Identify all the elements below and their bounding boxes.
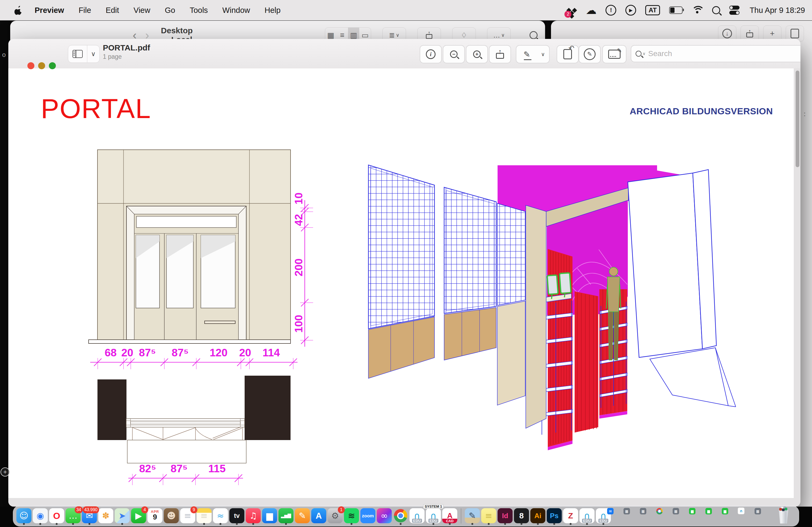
sidebar-toggle-button[interactable]: ∨: [68, 45, 100, 63]
highlight-dropdown[interactable]: ∨: [537, 45, 550, 63]
dock-item-zoom[interactable]: zoom: [360, 508, 375, 524]
highlight-button[interactable]: ✎: [516, 45, 538, 63]
spotlight-icon[interactable]: [712, 6, 720, 14]
menu-clock[interactable]: Thu Apr 9 18:29: [750, 6, 805, 15]
menu-item-help[interactable]: Help: [257, 6, 288, 15]
play-icon[interactable]: ▶: [625, 5, 636, 16]
desktop-bottom: ☺◉O…34✉43.990✽➤▶4APR9☻≡9≡≈tv♫▆▂▅▇✎A⚙1≋zo…: [0, 507, 812, 527]
creative-cloud-icon[interactable]: ☁: [586, 4, 596, 16]
dock-item-mail[interactable]: ✉43.990: [82, 508, 97, 524]
menu-item-window[interactable]: Window: [215, 6, 257, 15]
authy-icon[interactable]: AT: [645, 5, 660, 15]
share-icon: [496, 50, 504, 59]
dock-item-app-store[interactable]: A: [311, 508, 326, 524]
zoom-out-button[interactable]: −: [443, 45, 465, 63]
menu-item-edit[interactable]: Edit: [98, 6, 126, 15]
desktop-stray-text: o: [2, 51, 6, 59]
running-indicator: [400, 523, 402, 525]
search-field[interactable]: ∨: [631, 45, 800, 62]
dock-item-opera[interactable]: O: [49, 508, 64, 524]
freeform-icon: ≈: [213, 508, 228, 523]
glass-panels: [136, 235, 235, 308]
dock-item-finder[interactable]: ☺: [16, 508, 31, 524]
door-handle: [205, 321, 235, 323]
menu-item-tools[interactable]: Tools: [182, 6, 215, 15]
menu-item-file[interactable]: File: [71, 6, 99, 15]
running-indicator: [252, 523, 254, 525]
menu-item-view[interactable]: View: [126, 6, 157, 15]
grid-wall-c: [497, 204, 525, 405]
time-machine-icon[interactable]: !: [606, 5, 616, 16]
dock-item-maps[interactable]: ➤: [115, 508, 130, 524]
dock-item-contacts[interactable]: ☻: [164, 508, 179, 524]
dock-item-apple-tv[interactable]: tv: [229, 508, 244, 524]
notification-badge: 43.990: [83, 506, 99, 513]
info-button[interactable]: i: [420, 45, 442, 63]
menu-item-go[interactable]: Go: [158, 6, 183, 15]
dock-item-reminders[interactable]: ≡9: [180, 508, 195, 524]
running-indicator: [72, 523, 74, 525]
dock-item-system-settings[interactable]: ⚙1: [328, 508, 343, 524]
wifi-icon[interactable]: [692, 6, 703, 15]
dock-item-pages[interactable]: ✎: [295, 508, 310, 524]
maps-icon: ➤: [115, 508, 130, 523]
dock-item-facetime[interactable]: ▶4: [131, 508, 146, 524]
scrollbar-thumb[interactable]: [796, 71, 799, 167]
dock-item-freeform[interactable]: ≈: [213, 508, 228, 524]
dock-item-calendar[interactable]: APR9: [147, 508, 162, 524]
dev-badge-icon: ▦: [640, 508, 646, 514]
dock-item-photoshop[interactable]: Ps: [547, 508, 562, 524]
dock-item-archicad-system-1[interactable]: ∩EDUSYSTEM 1: [426, 508, 441, 524]
desktop-add-icon[interactable]: +: [1, 467, 10, 477]
running-indicator: [433, 523, 434, 525]
dropbox-badge: 2: [564, 11, 571, 18]
dock-item-trash[interactable]: [776, 508, 791, 524]
dock-item-safari[interactable]: ◉: [33, 508, 48, 524]
dock-item-preview-app[interactable]: ✎: [465, 508, 480, 524]
dock-item-photos[interactable]: ✽: [98, 508, 113, 524]
zoom-button[interactable]: [49, 62, 56, 69]
dock-item-autocad[interactable]: ACAD: [442, 508, 457, 524]
close-button[interactable]: [27, 62, 34, 69]
dock-item-archicad-edu[interactable]: ∩EDU: [409, 508, 424, 524]
dock-item-indesign[interactable]: Id: [497, 508, 512, 524]
dock-item-minimized-doc-4[interactable]: ▦: [760, 508, 775, 524]
running-indicator: [586, 523, 588, 525]
window-thumbnail: ✉: [612, 509, 613, 514]
sidebar-icon: [73, 50, 83, 58]
control-center-icon[interactable]: [729, 6, 741, 15]
notes-icon: ≡: [197, 508, 212, 523]
dock-item-illustrator[interactable]: Ai: [530, 508, 545, 524]
battery-icon[interactable]: [669, 6, 683, 14]
dock-item-numbers[interactable]: ▂▅▇: [278, 508, 293, 524]
dock-item-spotify[interactable]: ≋: [344, 508, 359, 524]
running-indicator: [449, 523, 451, 525]
dock-item-zotero[interactable]: Z: [563, 508, 578, 524]
fill-sign-button[interactable]: [602, 45, 626, 63]
dock-item-creative-cloud[interactable]: ∞: [377, 508, 392, 524]
running-indicator: [537, 523, 539, 525]
photoshop-icon: Ps: [547, 508, 562, 523]
dock-item-chrome[interactable]: [393, 508, 408, 524]
running-indicator: [603, 523, 605, 525]
dropbox-icon[interactable]: 2: [567, 4, 577, 16]
dock-item-archicad-edu-2[interactable]: ∩EDU: [579, 508, 595, 524]
zoom-in-button[interactable]: +: [466, 45, 488, 63]
apple-icon[interactable]: [14, 5, 23, 15]
menu-item-preview[interactable]: Preview: [27, 6, 71, 15]
search-input[interactable]: [648, 49, 800, 58]
dock-item-notes[interactable]: ≡: [197, 508, 212, 524]
dock-item-keynote[interactable]: ▆: [262, 508, 277, 524]
rotate-left-button[interactable]: [557, 45, 579, 63]
running-indicator: [23, 523, 25, 525]
minimize-button[interactable]: [38, 62, 45, 69]
door-post: [526, 205, 546, 428]
running-indicator: [220, 523, 221, 525]
dock-item-music[interactable]: ♫: [246, 508, 261, 524]
dock-item-rhino-8[interactable]: 8: [514, 508, 529, 524]
trash-papers: [779, 508, 782, 511]
dock-item-messages[interactable]: …34: [66, 508, 81, 524]
markup-button[interactable]: ✎: [579, 45, 601, 63]
share-button[interactable]: [489, 45, 511, 63]
dock-item-stickies[interactable]: ≡: [481, 508, 496, 524]
